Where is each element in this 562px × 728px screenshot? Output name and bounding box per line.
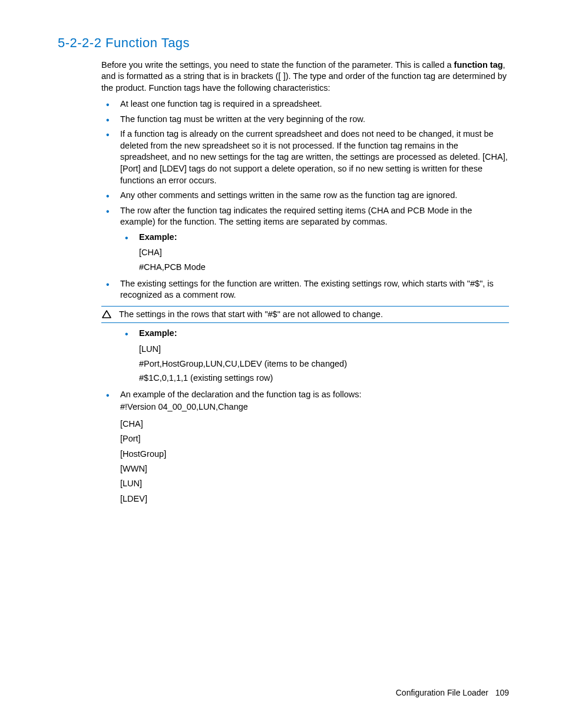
footer-label: Configuration File Loader — [396, 688, 488, 697]
callout-text: The settings in the rows that start with… — [118, 309, 383, 321]
example-sub-list-2: Example: [LUN] #Port,HostGroup,LUN,CU,LD… — [120, 328, 509, 385]
decl-line: [LUN] — [120, 476, 509, 491]
example-line: #Port,HostGroup,LUN,CU,LDEV (items to be… — [139, 357, 509, 371]
decl-line: [CHA] — [120, 417, 509, 431]
example-label: Example: — [139, 328, 177, 338]
list-item: The existing settings for the function a… — [101, 278, 509, 301]
decl-line: [Port] — [120, 431, 509, 446]
list-item: An example of the declaration and the fu… — [101, 389, 509, 413]
caution-icon — [101, 309, 112, 318]
list-item: If a function tag is already on the curr… — [101, 129, 509, 186]
page-root: 5-2-2-2 Function Tags Before you write t… — [0, 0, 562, 728]
list-item-text: The row after the function tag indicates… — [120, 206, 472, 227]
declaration-block: [CHA] [Port] [HostGroup] [WWN] [LUN] [LD… — [120, 417, 509, 506]
list-item: Any other comments and settings written … — [101, 190, 509, 202]
list-item: The function tag must be written at the … — [101, 114, 509, 126]
declaration-version-line: #!Version 04_00_00,LUN,Change — [120, 401, 509, 413]
intro-bold-term: function tag — [454, 60, 503, 70]
declaration-list: An example of the declaration and the fu… — [101, 389, 509, 413]
decl-line: [WWN] — [120, 462, 509, 476]
list-item-text: An example of the declaration and the fu… — [120, 390, 361, 399]
page-footer: Configuration File Loader 109 — [396, 688, 509, 697]
example-item: Example: [LUN] #Port,HostGroup,LUN,CU,LD… — [120, 328, 509, 385]
list-item: The row after the function tag indicates… — [101, 205, 509, 275]
footer-page-number: 109 — [495, 688, 509, 697]
example-block-1: [CHA] #CHA,PCB Mode — [139, 245, 509, 274]
example-line: [LUN] — [139, 342, 509, 357]
example-block-2: [LUN] #Port,HostGroup,LUN,CU,LDEV (items… — [139, 342, 509, 386]
list-item: At least one function tag is required in… — [101, 98, 509, 110]
example-line: [CHA] — [139, 245, 509, 260]
example-line: #CHA,PCB Mode — [139, 260, 509, 275]
example-sub-list: Example: [CHA] #CHA,PCB Mode — [120, 232, 509, 275]
intro-pre: Before you write the settings, you need … — [101, 60, 454, 70]
example-line: #$1C,0,1,1,1 (existing settings row) — [139, 371, 509, 386]
caution-callout: The settings in the rows that start with… — [101, 306, 509, 324]
section-heading: 5-2-2-2 Function Tags — [58, 35, 509, 51]
characteristics-list: At least one function tag is required in… — [101, 98, 509, 301]
example-label: Example: — [139, 232, 177, 242]
list-item: Example: [LUN] #Port,HostGroup,LUN,CU,LD… — [101, 328, 509, 385]
intro-paragraph: Before you write the settings, you need … — [101, 60, 509, 94]
decl-line: [LDEV] — [120, 492, 509, 506]
decl-line: [HostGroup] — [120, 447, 509, 462]
example-item: Example: [CHA] #CHA,PCB Mode — [120, 232, 509, 275]
post-callout-list: Example: [LUN] #Port,HostGroup,LUN,CU,LD… — [101, 328, 509, 385]
